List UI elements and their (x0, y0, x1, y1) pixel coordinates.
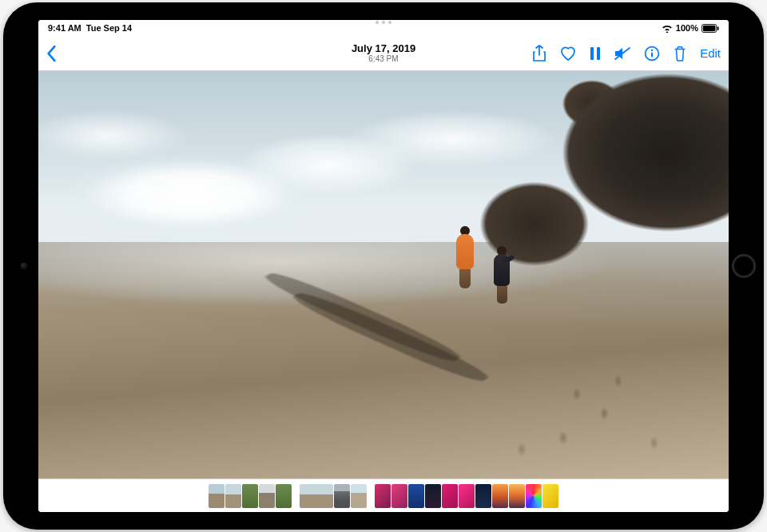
photo-time: 6:43 PM (352, 54, 415, 63)
thumb-group (300, 484, 367, 508)
photo-viewer[interactable] (38, 71, 729, 478)
figure-child-dark (494, 246, 510, 304)
pause-icon (590, 46, 601, 61)
thumbnail[interactable] (509, 484, 525, 508)
svg-rect-7 (651, 52, 653, 57)
nav-bar: July 17, 2019 6:43 PM (38, 36, 729, 71)
battery-icon (701, 24, 719, 33)
chevron-left-icon (46, 45, 58, 62)
thumbnail[interactable] (209, 484, 225, 508)
back-button[interactable] (46, 45, 58, 62)
thumbnail[interactable] (526, 484, 542, 508)
nav-title-group: July 17, 2019 6:43 PM (352, 43, 415, 63)
thumbnail[interactable] (242, 484, 258, 508)
svg-rect-3 (590, 47, 594, 60)
thumbnail[interactable] (351, 484, 367, 508)
status-time: 9:41 AM (48, 23, 81, 33)
thumbnail[interactable] (334, 484, 350, 508)
edit-button[interactable]: Edit (700, 46, 721, 60)
svg-rect-4 (597, 47, 600, 60)
thumbnail[interactable] (225, 484, 241, 508)
pause-button[interactable] (590, 46, 601, 61)
thumbnail-current[interactable] (300, 484, 333, 508)
trash-icon (673, 46, 687, 62)
thumbnail[interactable] (408, 484, 424, 508)
svg-rect-2 (717, 26, 719, 30)
photo-date: July 17, 2019 (352, 43, 415, 54)
status-date: Tue Sep 14 (86, 23, 132, 33)
thumbnail[interactable] (459, 484, 475, 508)
svg-rect-1 (703, 25, 716, 30)
thumbnail[interactable] (442, 484, 458, 508)
info-icon (644, 46, 660, 62)
thumbnail[interactable] (542, 484, 558, 508)
photo-content (38, 71, 729, 478)
thumbnail[interactable] (425, 484, 441, 508)
heart-icon (559, 46, 577, 62)
figure-child-orange (456, 226, 474, 288)
thumb-group (209, 484, 292, 508)
multitasking-grabber-icon[interactable] (376, 21, 391, 24)
share-button[interactable] (532, 45, 546, 62)
thumbnail[interactable] (375, 484, 391, 508)
share-icon (532, 45, 546, 62)
battery-percentage: 100% (676, 23, 698, 33)
thumb-group (375, 484, 558, 508)
home-button[interactable] (732, 254, 756, 278)
thumbnail[interactable] (276, 484, 292, 508)
thumbnail[interactable] (475, 484, 491, 508)
thumbnail[interactable] (492, 484, 508, 508)
mute-button[interactable] (614, 46, 631, 61)
speaker-mute-icon (614, 46, 631, 61)
thumbnail-strip[interactable] (38, 478, 729, 512)
thumbnail[interactable] (391, 484, 407, 508)
info-button[interactable] (644, 46, 660, 62)
wifi-icon (662, 24, 673, 33)
screen: 9:41 AM Tue Sep 14 100% July 1 (38, 20, 729, 512)
device-camera (21, 263, 27, 269)
favorite-button[interactable] (559, 46, 577, 62)
thumbnail[interactable] (259, 484, 275, 508)
ipad-frame: 9:41 AM Tue Sep 14 100% July 1 (3, 2, 764, 530)
svg-point-6 (651, 49, 653, 50)
delete-button[interactable] (673, 46, 687, 62)
